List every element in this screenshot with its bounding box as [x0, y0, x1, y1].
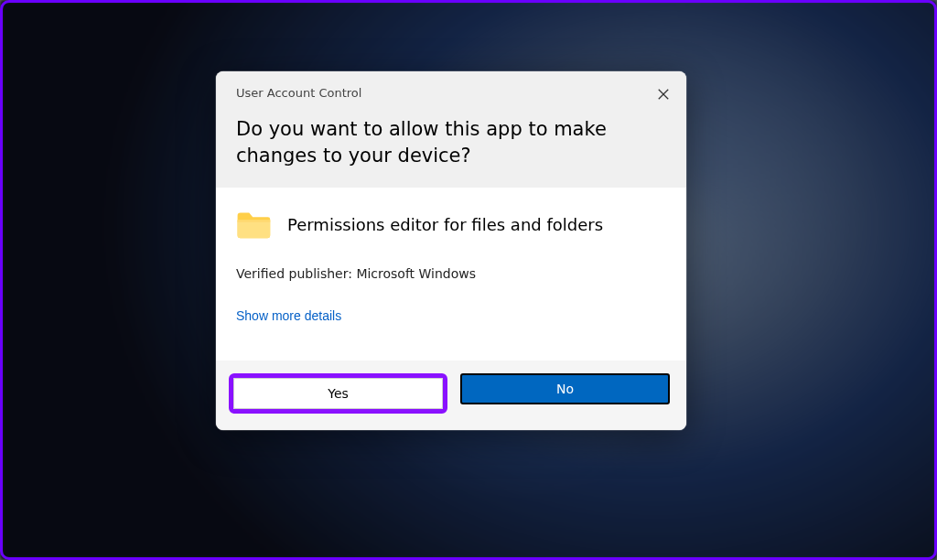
- no-button-wrap: No: [460, 373, 670, 414]
- close-icon[interactable]: [654, 85, 673, 103]
- button-bar: Yes No: [216, 361, 686, 430]
- folder-icon: [236, 210, 271, 241]
- app-row: Permissions editor for files and folders: [236, 210, 666, 241]
- app-name: Permissions editor for files and folders: [287, 215, 603, 234]
- uac-dialog: User Account Control Do you want to allo…: [216, 71, 686, 430]
- publisher-line: Verified publisher: Microsoft Windows: [236, 266, 666, 281]
- dialog-body: Permissions editor for files and folders…: [216, 188, 686, 361]
- show-more-details-link[interactable]: Show more details: [236, 308, 341, 323]
- dialog-header: User Account Control Do you want to allo…: [216, 71, 686, 188]
- yes-button-highlight: Yes: [229, 373, 447, 414]
- yes-button[interactable]: Yes: [233, 378, 443, 409]
- dialog-heading: Do you want to allow this app to make ch…: [236, 116, 620, 169]
- dialog-title: User Account Control: [236, 86, 666, 100]
- no-button[interactable]: No: [460, 373, 670, 404]
